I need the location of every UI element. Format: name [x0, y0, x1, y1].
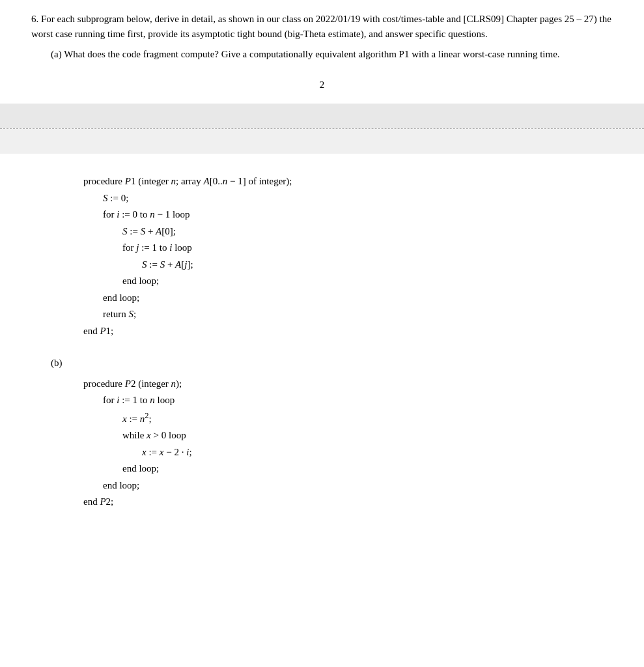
p1-end: end P1; — [83, 323, 613, 340]
problem-number: 6. — [31, 14, 38, 24]
sub-a-content: What does the code fragment compute? Giv… — [64, 49, 559, 59]
p2-header: procedure P2 (integer n); — [83, 376, 613, 393]
p1-line-3: S := S + A[0]; — [122, 223, 613, 240]
p1-line-2: for i := 0 to n − 1 loop — [103, 206, 613, 223]
sub-a-label: (a) — [51, 49, 62, 59]
p2-line-4: x := x − 2 · i; — [142, 444, 613, 461]
p2-line-2: x := n2; — [122, 409, 613, 428]
page-container: 6. For each subprogram below, derive in … — [0, 0, 644, 667]
procedure-p1-block: procedure P1 (integer n; array A[0..n − … — [31, 173, 613, 339]
p1-line-1: S := 0; — [103, 190, 613, 207]
procedure-p2-block: procedure P2 (integer n); for i := 1 to … — [31, 376, 613, 511]
sub-b-label: (b) — [51, 355, 613, 372]
p1-line-8: return S; — [103, 306, 613, 323]
p2-line-6: end loop; — [103, 477, 613, 494]
p2-end: end P2; — [83, 494, 613, 511]
p2-line-5: end loop; — [122, 461, 613, 477]
p1-line-4: for j := 1 to i loop — [122, 240, 613, 257]
code-section: procedure P1 (integer n; array A[0..n − … — [0, 154, 644, 511]
p1-line-5: S := S + A[j]; — [142, 257, 613, 274]
sub-question-a: (a) What does the code fragment compute?… — [51, 49, 613, 60]
problem-intro-text: For each subprogram below, derive in det… — [31, 14, 611, 39]
p1-line-7: end loop; — [103, 290, 613, 307]
gray-band-bottom — [0, 129, 644, 154]
p2-line-1: for i := 1 to n loop — [103, 392, 613, 409]
p2-line-3: while x > 0 loop — [122, 427, 613, 444]
top-section: 6. For each subprogram below, derive in … — [0, 0, 644, 60]
gray-band-top — [0, 104, 644, 128]
page-number: 2 — [0, 79, 644, 91]
problem-intro: 6. For each subprogram below, derive in … — [31, 12, 613, 41]
p1-line-6: end loop; — [122, 273, 613, 290]
p1-header: procedure P1 (integer n; array A[0..n − … — [83, 173, 613, 190]
